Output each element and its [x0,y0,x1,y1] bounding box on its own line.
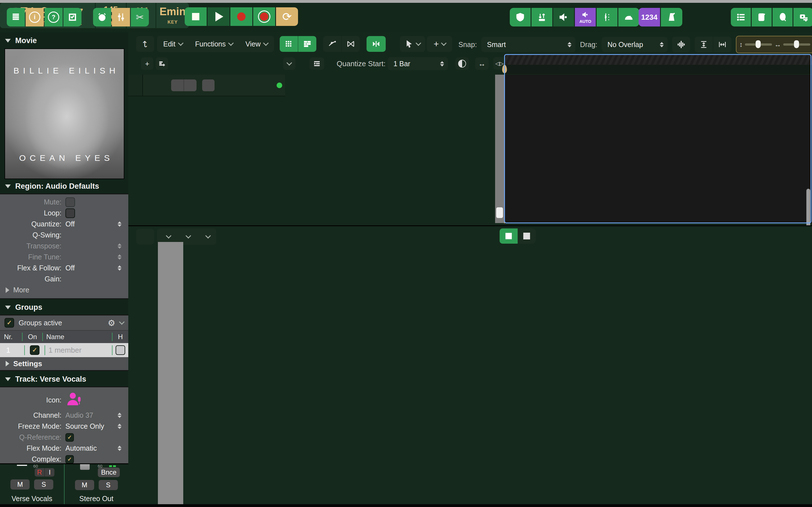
disclosure-triangle-icon [5,378,11,381]
narrow-strips-toggle[interactable] [500,228,518,244]
freeze-mode-row[interactable]: Freeze Mode:Source Only [0,421,128,432]
tracks-view-button[interactable] [298,36,316,52]
arrange-view-menu[interactable]: View [239,36,274,52]
quantize-settings-button[interactable] [310,57,324,70]
record-button[interactable] [231,7,252,26]
arrange-edit-menu[interactable]: Edit [157,36,189,52]
solo-button[interactable]: S [34,480,53,490]
solo-button[interactable] [184,79,197,91]
fine-tune-row[interactable]: Fine Tune: [0,251,128,263]
record-enable-button[interactable] [202,79,214,91]
track-icon-preview[interactable] [65,391,128,409]
bar-ruler[interactable] [504,54,812,65]
record-enable-button[interactable]: R [35,468,44,476]
mute-button[interactable]: M [10,480,30,490]
q-swing-row[interactable]: Q-Swing: [0,230,128,240]
arrange-functions-menu[interactable]: Functions [189,36,239,52]
grid-tracks-divider[interactable] [495,75,504,223]
drag-label: Drag: [580,41,597,49]
vertical-zoom-slider[interactable] [745,43,772,46]
solo-button[interactable]: S [99,480,118,490]
drag-dropdown[interactable]: No Overlap [602,37,668,52]
loop-checkbox[interactable] [65,209,75,218]
horizontal-auto-zoom-button[interactable] [713,37,731,52]
cycle-icon: ⟳ [282,10,292,23]
input-monitor-button[interactable]: I [44,468,54,476]
list-editors-button[interactable] [731,8,751,26]
secondary-tool-selector[interactable]: + [427,36,452,52]
flex-button[interactable] [341,36,360,52]
movie-thumbnail[interactable]: BILLIE EILISH OCEAN EYES [4,48,124,179]
auto-input-monitoring-button[interactable]: AUTO [575,8,596,26]
play-button[interactable] [207,7,230,26]
quick-help-button[interactable]: ? [45,8,63,26]
track-header[interactable] [128,75,285,96]
catch-playhead-button[interactable] [366,36,386,52]
more-row[interactable]: More [0,284,128,295]
scissors-button[interactable]: ✂ [131,8,149,26]
software-monitoring-button[interactable] [553,8,574,26]
transpose-row[interactable]: Transpose: [0,240,128,251]
mute-button[interactable]: M [75,480,94,490]
meter-scale-label: 60 [33,464,38,468]
cycle-button[interactable]: ⟳ [276,7,298,26]
mute-button[interactable] [171,79,184,91]
flex-mode-row[interactable]: Flex Mode:Automatic [0,443,128,454]
playhead[interactable] [504,62,505,223]
complex-checkbox[interactable]: ✓ [65,455,74,464]
wide-strips-toggle[interactable] [518,228,536,244]
quantize-value-dropdown[interactable]: 1 Bar [388,57,448,70]
live-loops-grid-button[interactable] [280,36,298,52]
waveform-zoom-button[interactable] [672,37,690,52]
performance-meter-button[interactable] [618,8,639,26]
groups-settings-row[interactable]: Settings [0,357,128,370]
stretch-toggle[interactable]: ↔ [475,57,489,70]
horizontal-zoom-slider[interactable] [783,43,810,46]
snap-dropdown[interactable]: Smart [481,37,575,52]
groups-active-checkbox[interactable]: ✓ [4,318,14,328]
stop-button[interactable] [185,7,207,26]
fader-cap[interactable] [80,464,90,470]
q-strength-toggle[interactable] [455,57,469,70]
divider-handle[interactable] [496,207,503,218]
add-track-button[interactable]: + [141,57,153,70]
library-button[interactable] [7,8,25,26]
group-on-checkbox[interactable]: ✓ [30,345,40,355]
punch-in-out-button[interactable] [531,8,552,26]
channel-row[interactable]: Channel:Audio 37 [0,410,128,421]
safe-mode-button[interactable] [510,8,530,26]
media-browser-button[interactable] [794,8,812,26]
capture-record-button[interactable] [253,7,275,26]
metronome-button[interactable] [661,8,682,26]
vertical-auto-zoom-button[interactable] [695,37,713,52]
back-link-button[interactable]: ↩ [136,36,154,52]
toolbar-toggle-button[interactable] [63,8,82,26]
q-reference-checkbox[interactable]: ✓ [65,433,74,442]
flex-follow-row[interactable]: Flex & Follow:Off [0,263,128,274]
track-header-options-button[interactable] [283,57,296,70]
mute-checkbox[interactable] [65,198,75,207]
track-section-header[interactable]: Track: Verse Vocals [0,371,128,386]
gear-icon[interactable]: ⚙ [108,318,115,328]
track-icon[interactable] [145,76,169,94]
tuner-button[interactable] [597,8,617,26]
gain-row[interactable]: Gain: [0,274,128,284]
group-h-checkbox[interactable] [116,345,125,355]
mixer-sliders-button[interactable] [112,8,130,26]
bounce-button[interactable]: Bnce [98,467,120,477]
inspector-button[interactable]: i [26,8,44,26]
quantize-row[interactable]: Quantize:Off [0,219,128,230]
groups-section-header[interactable]: Groups [0,299,128,315]
movie-section-header[interactable]: Movie [0,33,128,48]
count-in-button[interactable]: 1234 [639,8,660,26]
q-reference-row[interactable]: Q-Reference:✓ [0,432,128,443]
group-row[interactable]: 1 ✓ 1 member [0,343,128,357]
loop-browser-button[interactable] [772,8,793,26]
scene-trigger-row [287,75,495,93]
duplicate-track-button[interactable] [156,57,168,70]
alarm-clock-button[interactable] [93,8,111,26]
note-pads-button[interactable] [752,8,772,26]
pointer-tool-selector[interactable] [400,36,425,52]
region-section-header[interactable]: Region: Audio Defaults [0,179,128,193]
automation-button[interactable] [323,36,341,52]
